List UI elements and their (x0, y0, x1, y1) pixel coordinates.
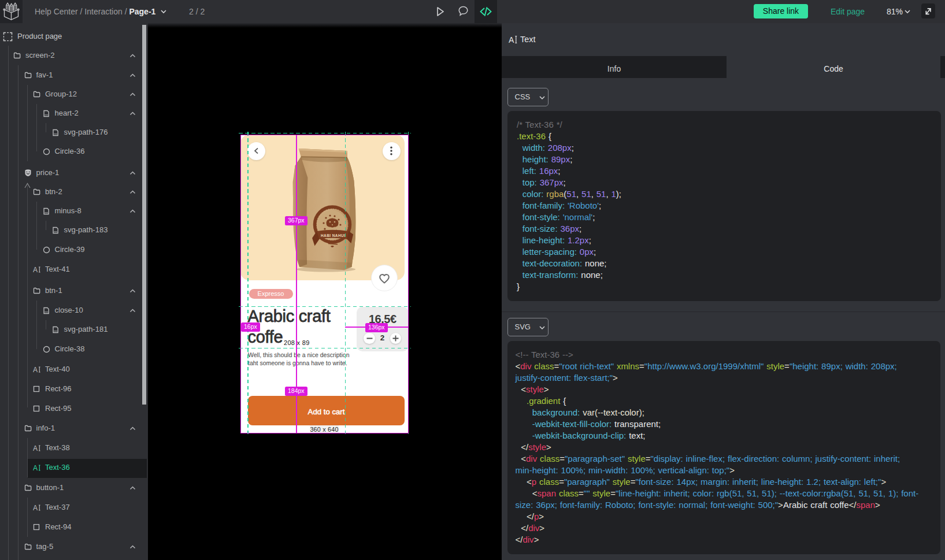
svg-text:A: A (33, 464, 38, 472)
svg-text:A: A (33, 444, 38, 452)
svg-text:A: A (509, 35, 514, 44)
svg-text:A: A (33, 366, 38, 373)
svg-text:A: A (33, 266, 38, 273)
svg-text:A: A (33, 504, 38, 511)
